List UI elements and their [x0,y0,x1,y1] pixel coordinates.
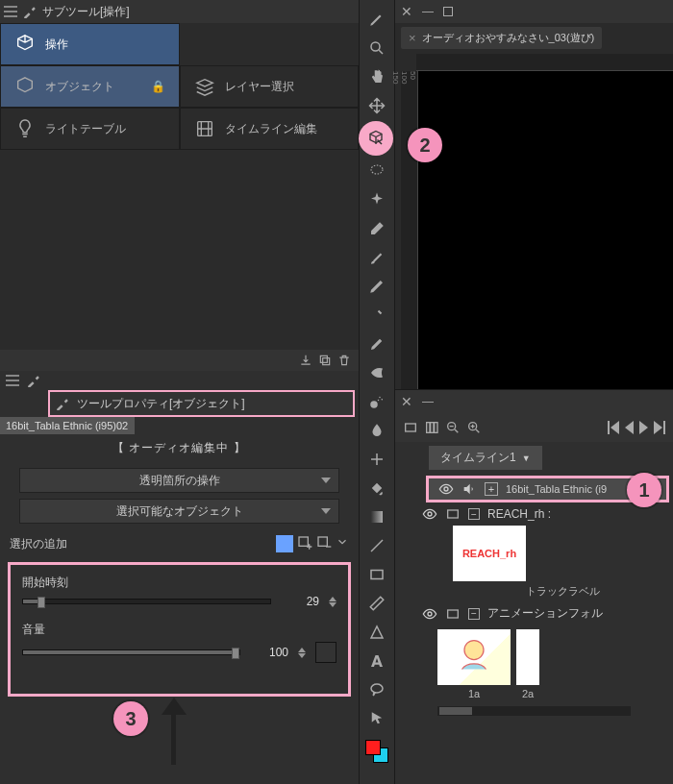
svg-point-9 [382,399,384,401]
brush-icon[interactable] [362,244,391,271]
subtool-tab-layer-select[interactable]: レイヤー選択 [180,65,360,108]
select-subtract-icon[interactable] [316,535,332,551]
canvas[interactable] [418,71,673,389]
timeline-scrollbar[interactable] [437,706,631,716]
track-thumbnail[interactable]: REACH_rh [453,526,526,581]
tool-property-title: ツールプロパティ[オブジェクト] [77,396,245,412]
eye-icon[interactable] [422,506,437,522]
marker-icon[interactable] [362,331,391,357]
film-icon [194,118,215,139]
zoom-out-icon[interactable] [445,420,461,435]
svg-point-25 [464,641,484,660]
collapse-icon[interactable]: − [468,608,480,620]
volume-slider[interactable] [22,649,240,655]
volume-swatch[interactable] [315,642,336,663]
rect-icon[interactable] [362,561,391,588]
subtool-tab-object[interactable]: オブジェクト 🔒 [0,65,180,108]
frame-thumbnail[interactable] [437,629,511,685]
sparkle-icon[interactable] [362,186,391,213]
selectable-object-dropdown[interactable]: 選択可能なオブジェクト [19,499,339,524]
hand-icon[interactable] [362,63,391,90]
bucket-icon[interactable] [362,475,391,502]
annotation-1: 1 [627,473,661,507]
expand-icon[interactable]: + [485,482,498,496]
svg-point-7 [370,401,378,408]
layers-icon [194,76,215,97]
menu-icon[interactable] [6,374,19,387]
svg-rect-1 [323,358,330,365]
start-time-slider[interactable] [22,599,271,604]
ruler-icon[interactable] [362,590,391,617]
play-button[interactable] [639,421,648,434]
trash-icon[interactable] [337,354,351,367]
cursor-icon[interactable] [362,705,391,732]
zoom-in-icon[interactable] [466,420,482,435]
gradient-icon[interactable] [362,503,391,530]
chevron-down-icon[interactable] [336,535,349,549]
close-icon[interactable]: ✕ [401,394,412,409]
start-time-stepper[interactable] [329,597,336,607]
svg-point-23 [428,612,432,616]
frame-thumbnail[interactable] [516,629,539,685]
subtool-tab-operation[interactable]: 操作 [0,23,180,65]
pencil-icon[interactable] [362,6,391,33]
audio-track-name: 16bit_Tabla Ethnic (i9 [506,483,607,495]
svg-point-6 [371,165,383,174]
speech-icon[interactable] [362,676,391,703]
tab-label: レイヤー選択 [225,79,294,95]
svg-point-8 [379,397,381,399]
svg-rect-14 [406,424,416,431]
cube-cursor-icon [14,34,36,55]
eye-icon[interactable] [438,481,454,497]
frame-label: 2a [516,685,539,702]
object-tool-icon[interactable] [359,121,393,156]
cross-icon[interactable] [362,446,391,473]
svg-point-13 [371,684,383,693]
start-time-value[interactable]: 29 [281,595,319,608]
select-add-icon[interactable] [297,535,312,551]
blend-icon[interactable] [362,417,391,444]
eraser-icon[interactable] [362,215,391,242]
timeline-view-icon[interactable] [403,420,418,435]
collapse-icon[interactable]: − [468,508,480,520]
line-icon[interactable] [362,532,391,559]
svg-rect-17 [435,423,437,433]
volume-value[interactable]: 100 [250,646,288,659]
lasso-icon[interactable] [362,158,391,184]
bird-icon[interactable] [362,359,391,386]
pen-icon[interactable] [362,273,391,300]
close-icon[interactable]: ✕ [401,4,412,19]
timeline-tab[interactable]: タイムライン1 ▼ [429,446,542,470]
vertical-toolbar [359,0,395,784]
minimize-icon[interactable]: — [422,5,434,18]
last-frame-button[interactable] [654,421,665,434]
subtool-tab-timeline-edit[interactable]: タイムライン編集 [180,108,360,150]
triangle-icon[interactable] [362,619,391,646]
first-frame-button[interactable] [608,421,619,434]
annotation-arrow [159,698,187,765]
svg-rect-15 [427,423,430,433]
eyedropper-icon[interactable] [362,302,391,329]
download-icon[interactable] [299,354,312,367]
eye-icon[interactable] [422,606,437,622]
folder-icon[interactable] [445,506,461,522]
canvas-tab[interactable]: × オーディオおやすみなさい_03(遊び) [401,27,602,49]
columns-icon[interactable] [424,420,439,435]
volume-stepper[interactable] [298,648,306,658]
menu-icon[interactable] [4,5,17,18]
move-icon[interactable] [362,92,391,119]
close-tab-icon[interactable]: × [409,31,416,45]
prev-frame-button[interactable] [625,421,634,434]
select-new-icon[interactable] [276,535,293,552]
spray-icon[interactable] [362,388,391,415]
speaker-icon[interactable] [461,481,477,497]
subtool-tab-light-table[interactable]: ライトテーブル [0,108,180,150]
transparent-operation-dropdown[interactable]: 透明箇所の操作 [19,468,339,493]
duplicate-icon[interactable] [318,354,332,367]
color-swatch[interactable] [365,740,388,763]
text-icon[interactable] [362,648,391,674]
magnify-icon[interactable] [362,35,391,61]
folder-icon[interactable] [445,606,461,622]
minimize-icon[interactable]: — [422,395,434,408]
maximize-icon[interactable] [443,7,453,16]
